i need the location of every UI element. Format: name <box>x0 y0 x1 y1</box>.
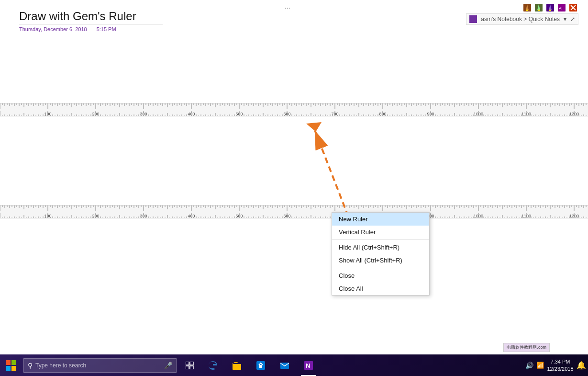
menu-item-close[interactable]: Close <box>332 269 429 282</box>
microphone-icon[interactable]: 🎤 <box>164 362 172 369</box>
svg-rect-21 <box>186 366 189 369</box>
system-clock[interactable]: 7:34 PM 12/23/2018 <box>546 358 575 372</box>
taskbar-app-explorer[interactable] <box>225 354 248 376</box>
notebook-icon <box>469 15 477 23</box>
taskbar: ⚲ Type here to search 🎤 <box>0 354 588 376</box>
svg-rect-2 <box>526 10 528 11</box>
svg-rect-16 <box>11 360 16 365</box>
svg-rect-19 <box>186 362 189 365</box>
pen3-icon[interactable] <box>545 2 555 13</box>
fullscreen-icon[interactable]: ⤢ <box>570 16 575 23</box>
search-icon: ⚲ <box>28 362 33 369</box>
svg-rect-18 <box>11 366 16 371</box>
taskbar-app-mail[interactable] <box>273 354 296 376</box>
speaker-icon[interactable]: 🔊 <box>525 362 533 369</box>
svg-text:AI: AI <box>559 6 563 11</box>
bottom-ruler[interactable] <box>0 205 588 218</box>
menu-separator-1 <box>332 239 429 240</box>
ai-icon[interactable]: AI <box>556 2 567 13</box>
content-area <box>0 0 588 354</box>
svg-rect-25 <box>259 365 262 368</box>
svg-text:N: N <box>306 362 310 369</box>
search-input[interactable]: Type here to search <box>35 362 86 369</box>
title-area: Draw with Gem's Ruler Thursday, December… <box>19 10 163 32</box>
svg-rect-22 <box>190 366 193 369</box>
menu-item-new-ruler[interactable]: New Ruler <box>332 213 429 226</box>
clock-date: 12/23/2018 <box>546 365 575 372</box>
menu-item-close-all[interactable]: Close All <box>332 282 429 295</box>
pen2-icon[interactable] <box>533 2 544 13</box>
close-icon[interactable] <box>568 2 578 13</box>
taskbar-app-onenote[interactable]: N <box>297 354 320 376</box>
notification-icon[interactable]: 🔔 <box>577 361 586 370</box>
task-view-button[interactable] <box>180 354 200 376</box>
taskbar-actions <box>180 354 200 376</box>
svg-rect-8 <box>549 10 551 11</box>
three-dots-menu[interactable]: ... <box>285 2 290 10</box>
pen1-icon[interactable] <box>522 2 533 13</box>
date-time: Thursday, December 6, 2018 5:15 PM <box>19 26 163 32</box>
svg-rect-5 <box>538 10 540 11</box>
notebook-breadcrumb: asm's Notebook > Quick Notes ▾ ⤢ <box>466 13 578 25</box>
top-ruler[interactable] <box>0 103 588 116</box>
taskbar-app-store[interactable] <box>249 354 272 376</box>
page-time: 5:15 PM <box>97 26 116 32</box>
svg-rect-17 <box>6 366 11 371</box>
svg-rect-15 <box>6 360 11 365</box>
taskbar-right: 🔊 📶 7:34 PM 12/23/2018 🔔 <box>525 358 588 372</box>
menu-separator-2 <box>332 268 429 268</box>
page-title: Draw with Gem's Ruler <box>19 10 163 23</box>
page-date: Thursday, December 6, 2018 <box>19 26 87 32</box>
menu-item-hide-all[interactable]: Hide All (Ctrl+Shift+R) <box>332 241 429 254</box>
title-underline <box>19 24 163 24</box>
svg-rect-23 <box>233 364 241 370</box>
system-tray: 🔊 📶 <box>525 362 544 369</box>
search-bar[interactable]: ⚲ Type here to search 🎤 <box>23 358 177 373</box>
taskbar-apps: N <box>201 354 320 376</box>
network-icon[interactable]: 📶 <box>536 362 544 369</box>
taskbar-app-edge[interactable] <box>201 354 224 376</box>
context-menu: New Ruler Vertical Ruler Hide All (Ctrl+… <box>332 212 430 296</box>
svg-rect-20 <box>190 362 193 365</box>
menu-item-show-all[interactable]: Show All (Ctrl+Shift+R) <box>332 254 429 267</box>
ad-banner: 电脑软件教程网.com <box>503 343 550 352</box>
top-toolbar: AI <box>522 2 578 13</box>
menu-item-vertical-ruler[interactable]: Vertical Ruler <box>332 226 429 239</box>
start-button[interactable] <box>0 354 22 376</box>
breadcrumb-text: asm's Notebook > Quick Notes <box>481 16 560 23</box>
breadcrumb-dropdown[interactable]: ▾ <box>564 16 566 23</box>
clock-time: 7:34 PM <box>546 358 575 365</box>
